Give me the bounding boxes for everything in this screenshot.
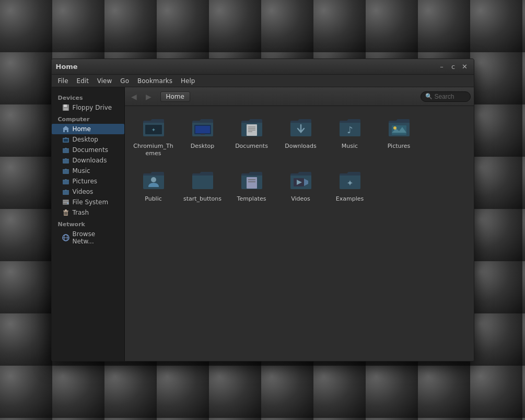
sidebar-item-music[interactable]: Music bbox=[52, 166, 124, 176]
svg-rect-1 bbox=[64, 104, 67, 107]
file-item-start-buttons[interactable]: start_buttons bbox=[179, 164, 226, 207]
file-item-templates[interactable]: Templates bbox=[228, 164, 275, 207]
sidebar-item-floppy[interactable]: Floppy Drive bbox=[52, 102, 124, 113]
forward-button[interactable]: ▶ bbox=[143, 90, 155, 103]
sidebar-item-trash[interactable]: Trash bbox=[52, 207, 124, 218]
network-icon bbox=[62, 234, 69, 241]
svg-rect-37 bbox=[247, 177, 257, 189]
folder-examples-icon: ✦ bbox=[337, 168, 363, 193]
folder-desktop-icon bbox=[190, 115, 215, 141]
trash-icon bbox=[62, 209, 69, 216]
menu-view[interactable]: View bbox=[93, 76, 116, 86]
file-label-chromium-themes: Chromium_Themes bbox=[132, 143, 175, 158]
svg-rect-6 bbox=[63, 159, 69, 164]
menu-bookmarks[interactable]: Bookmarks bbox=[133, 76, 177, 86]
svg-rect-15 bbox=[63, 211, 68, 212]
file-label-videos: Videos bbox=[291, 195, 310, 203]
menu-file[interactable]: File bbox=[54, 76, 73, 86]
file-label-pictures: Pictures bbox=[388, 143, 411, 150]
videos-folder-icon bbox=[62, 188, 69, 195]
sidebar-item-downloads[interactable]: Downloads bbox=[52, 155, 124, 166]
folder-documents-icon bbox=[239, 115, 264, 141]
svg-point-35 bbox=[393, 126, 396, 130]
file-manager-window: Home – c ✕ File Edit View Go Bookmarks H… bbox=[51, 59, 474, 361]
pictures-folder-icon bbox=[62, 178, 69, 185]
folder-templates-icon bbox=[239, 168, 264, 193]
sidebar-label-floppy: Floppy Drive bbox=[73, 104, 112, 111]
minimize-button[interactable]: – bbox=[437, 62, 447, 72]
sidebar-label-music: Music bbox=[73, 167, 90, 174]
breadcrumb-area: Home bbox=[160, 91, 415, 102]
file-label-start-buttons: start_buttons bbox=[183, 195, 221, 203]
computer-header: Computer bbox=[52, 113, 124, 124]
menu-help[interactable]: Help bbox=[177, 76, 199, 86]
search-box[interactable]: 🔍 bbox=[421, 91, 471, 102]
file-item-chromium-themes[interactable]: ✦ Chromium_Themes bbox=[130, 111, 177, 162]
sidebar-label-downloads: Downloads bbox=[73, 157, 107, 164]
file-item-public[interactable]: Public bbox=[130, 164, 177, 207]
file-item-pictures[interactable]: Pictures bbox=[376, 111, 423, 162]
file-label-public: Public bbox=[145, 195, 162, 203]
window-controls: – c ✕ bbox=[437, 62, 470, 72]
svg-rect-4 bbox=[64, 139, 68, 142]
svg-rect-26 bbox=[195, 126, 210, 133]
svg-rect-2 bbox=[64, 108, 68, 110]
sidebar-item-pictures[interactable]: Pictures bbox=[52, 176, 124, 186]
sidebar-label-pictures: Pictures bbox=[73, 178, 98, 185]
file-label-templates: Templates bbox=[237, 195, 266, 203]
sidebar-item-desktop[interactable]: Desktop bbox=[52, 134, 124, 145]
folder-videos-icon bbox=[288, 168, 313, 193]
search-input[interactable] bbox=[435, 93, 466, 100]
svg-point-36 bbox=[151, 177, 156, 182]
sidebar-label-filesystem: File System bbox=[73, 199, 109, 206]
file-item-music[interactable]: ♪ Music bbox=[326, 111, 374, 162]
network-header: Network bbox=[52, 218, 124, 229]
file-label-music: Music bbox=[342, 143, 358, 150]
folder-public-icon bbox=[141, 168, 166, 193]
menu-bar: File Edit View Go Bookmarks Help bbox=[52, 75, 474, 87]
search-icon: 🔍 bbox=[425, 93, 433, 100]
filesystem-icon bbox=[62, 199, 69, 206]
sidebar-label-browsenetwork: Browse Netw... bbox=[73, 230, 118, 245]
menu-go[interactable]: Go bbox=[116, 76, 133, 86]
file-item-documents[interactable]: Documents bbox=[228, 111, 275, 162]
folder-pictures-icon bbox=[387, 115, 412, 141]
sidebar-item-browsenetwork[interactable]: Browse Netw... bbox=[52, 229, 124, 247]
file-item-desktop[interactable]: Desktop bbox=[179, 111, 226, 162]
svg-rect-7 bbox=[63, 169, 69, 174]
svg-rect-16 bbox=[65, 209, 67, 211]
svg-text:♪: ♪ bbox=[347, 124, 353, 135]
floppy-icon bbox=[62, 104, 69, 111]
svg-rect-5 bbox=[63, 148, 69, 153]
toolbar: ◀ ▶ Home 🔍 bbox=[125, 87, 474, 106]
folder-start-buttons-icon bbox=[190, 168, 215, 193]
devices-header: Devices bbox=[52, 91, 124, 102]
sidebar-label-desktop: Desktop bbox=[73, 136, 99, 143]
main-content: Devices Floppy Drive Computer bbox=[52, 87, 474, 361]
close-button[interactable]: ✕ bbox=[460, 62, 470, 72]
svg-rect-9 bbox=[63, 190, 69, 195]
svg-text:✦: ✦ bbox=[151, 127, 155, 133]
sidebar-item-filesystem[interactable]: File System bbox=[52, 197, 124, 207]
sidebar-label-videos: Videos bbox=[73, 188, 94, 195]
file-label-downloads: Downloads bbox=[285, 143, 316, 150]
sidebar-item-documents[interactable]: Documents bbox=[52, 145, 124, 155]
folder-downloads-icon bbox=[288, 115, 313, 141]
folder-chromium-themes-icon: ✦ bbox=[141, 115, 166, 141]
back-button[interactable]: ◀ bbox=[128, 90, 141, 103]
menu-edit[interactable]: Edit bbox=[73, 76, 93, 86]
svg-rect-27 bbox=[201, 134, 205, 135]
home-icon bbox=[62, 125, 69, 133]
sidebar-item-home[interactable]: Home bbox=[52, 124, 124, 134]
breadcrumb-home-label: Home bbox=[166, 93, 184, 100]
file-item-downloads[interactable]: Downloads bbox=[277, 111, 324, 162]
file-item-examples[interactable]: ✦ Examples bbox=[326, 164, 374, 207]
restore-button[interactable]: c bbox=[449, 62, 458, 72]
breadcrumb-home[interactable]: Home bbox=[160, 91, 190, 102]
sidebar-item-videos[interactable]: Videos bbox=[52, 186, 124, 197]
sidebar-label-documents: Documents bbox=[73, 146, 108, 154]
content-area: ◀ ▶ Home 🔍 bbox=[125, 87, 474, 361]
folder-music-icon: ♪ bbox=[337, 115, 363, 141]
file-label-documents: Documents bbox=[235, 143, 268, 150]
file-item-videos[interactable]: Videos bbox=[277, 164, 324, 207]
